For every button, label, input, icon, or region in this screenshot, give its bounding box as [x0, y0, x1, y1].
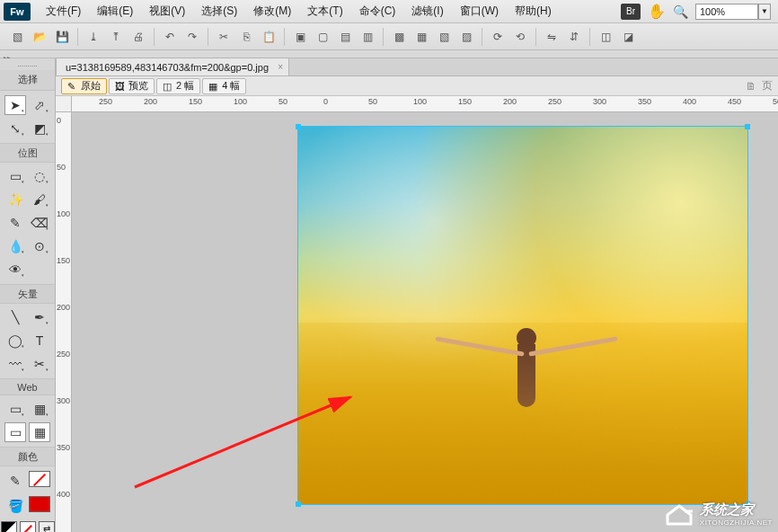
document-tab[interactable]: u=3138169589,483146703&fm=200&gp=0.jpg ×	[56, 58, 289, 75]
show-slices-button[interactable]: ▦	[29, 422, 50, 442]
blur-tool[interactable]: 💧▾	[4, 236, 26, 256]
selection-handle-tl[interactable]	[296, 124, 301, 129]
hotspot-tool[interactable]: ▭▾	[4, 399, 26, 419]
scale-tool[interactable]: ⤡▾	[4, 119, 26, 138]
watermark: 系统之家 XITONGZHIJIA.NET	[664, 501, 773, 527]
lasso-tool[interactable]: ◌▾	[29, 166, 50, 186]
tools-section-bitmap: 位图	[0, 143, 55, 163]
selection-handle-bl[interactable]	[296, 501, 301, 507]
view-original-label: 原始	[81, 79, 101, 93]
tools-collapse-icon[interactable]: ··········	[2, 62, 54, 70]
zoom-tool-icon[interactable]: 🔍	[673, 4, 688, 19]
redeye-tool[interactable]: 👁▾	[4, 260, 26, 279]
copy-button[interactable]: ⎘	[236, 27, 256, 47]
stamp-tool[interactable]: ⊙▾	[29, 236, 50, 256]
open-button[interactable]: 📂	[30, 27, 49, 47]
vertical-ruler[interactable]: 050100150200250300350400	[56, 112, 72, 532]
view-4up-label: 4 幅	[222, 79, 240, 93]
menu-select[interactable]: 选择(S)	[193, 1, 245, 22]
canvas-image[interactable]	[298, 127, 747, 504]
pointer-tool[interactable]: ➤▾	[4, 95, 26, 115]
swap-colors-button[interactable]: ⇄	[39, 521, 55, 532]
eraser-tool[interactable]: ⌫▾	[29, 213, 50, 233]
flip-v-button[interactable]: ⇵	[564, 27, 584, 47]
align-button-2[interactable]: ▥	[358, 27, 377, 47]
send-back-button[interactable]: ▨	[456, 27, 476, 47]
horizontal-ruler[interactable]: -502502001501005005010015020025030035040…	[72, 96, 778, 112]
menu-text[interactable]: 文本(T)	[299, 1, 350, 22]
fill-color-swatch[interactable]	[29, 496, 50, 512]
view-4up-button[interactable]: ▦ 4 幅	[202, 78, 246, 94]
tools-section-colors: 颜色	[0, 447, 55, 466]
view-2up-button[interactable]: ◫ 2 幅	[156, 78, 200, 94]
line-tool[interactable]: ╲	[4, 307, 26, 327]
transform-button-2[interactable]: ◪	[618, 27, 638, 47]
picture-icon: 🖼	[115, 81, 126, 92]
magic-wand-tool[interactable]: ✨	[4, 190, 26, 209]
new-doc-button[interactable]: ▧	[7, 27, 27, 47]
flip-h-button[interactable]: ⇋	[542, 27, 561, 47]
tools-section-select: 选择	[0, 70, 55, 91]
cut-button[interactable]: ✂	[214, 27, 234, 47]
brush-tool[interactable]: 🖌▾	[29, 190, 50, 209]
ungroup-button[interactable]: ▢	[313, 27, 332, 47]
menu-filters[interactable]: 滤镜(I)	[403, 1, 451, 22]
align-button-1[interactable]: ▤	[335, 27, 355, 47]
pencil-tool[interactable]: ✎	[4, 213, 26, 233]
bring-forward-button[interactable]: ▦	[411, 27, 431, 47]
import-button[interactable]: ⤓	[84, 27, 103, 47]
hide-slices-button[interactable]: ▭	[4, 422, 26, 442]
tools-panel: ·········· 选择 ➤▾ ⬀▾ ⤡▾ ◩▾ 位图 ▭▾ ◌▾ ✨ 🖌▾ …	[0, 58, 56, 532]
subselect-tool[interactable]: ⬀▾	[29, 95, 50, 115]
group-button[interactable]: ▣	[290, 27, 310, 47]
text-tool[interactable]: T	[29, 331, 50, 350]
paste-button[interactable]: 📋	[259, 27, 278, 47]
tools-section-web: Web	[0, 378, 55, 395]
four-pane-icon: ▦	[208, 81, 219, 92]
bring-front-button[interactable]: ▩	[389, 27, 409, 47]
watermark-name: 系统之家	[700, 501, 773, 519]
export-button[interactable]: ⤒	[106, 27, 126, 47]
bridge-button[interactable]: Br	[621, 4, 641, 20]
redo-button[interactable]: ↷	[182, 27, 202, 47]
close-tab-icon[interactable]: ×	[278, 62, 283, 72]
transform-button-1[interactable]: ◫	[596, 27, 615, 47]
crop-tool[interactable]: ◩▾	[29, 119, 50, 138]
shape-tool[interactable]: ◯▾	[4, 331, 26, 350]
document-tab-title: u=3138169589,483146703&fm=200&gp=0.jpg	[66, 62, 269, 73]
slice-tool[interactable]: ▦▾	[29, 399, 50, 419]
menu-modify[interactable]: 修改(M)	[245, 1, 299, 22]
menu-edit[interactable]: 编辑(E)	[89, 1, 141, 22]
view-mode-bar: ✎ 原始 🖼 预览 ◫ 2 幅 ▦ 4 幅 🗎 页	[56, 76, 778, 96]
rotate-ccw-button[interactable]: ⟲	[510, 27, 530, 47]
page-icon[interactable]: 🗎	[746, 80, 756, 93]
view-preview-button[interactable]: 🖼 预览	[109, 78, 155, 94]
canvas-viewport[interactable]	[72, 112, 778, 532]
zoom-level-input[interactable]: 100%	[695, 4, 758, 20]
menu-file[interactable]: 文件(F)	[38, 1, 89, 22]
default-colors-button[interactable]	[1, 521, 17, 532]
zoom-dropdown-icon[interactable]: ▼	[758, 4, 771, 20]
send-backward-button[interactable]: ▧	[434, 27, 454, 47]
menu-help[interactable]: 帮助(H)	[507, 1, 560, 22]
pen-tool[interactable]: ✒▾	[29, 307, 50, 327]
save-button[interactable]: 💾	[52, 27, 72, 47]
marquee-tool[interactable]: ▭▾	[4, 166, 26, 186]
hand-tool-icon[interactable]: ✋	[648, 3, 666, 20]
print-button[interactable]: 🖨	[128, 27, 148, 47]
undo-button[interactable]: ↶	[160, 27, 180, 47]
stroke-color-swatch[interactable]	[29, 471, 50, 487]
ruler-origin[interactable]	[56, 96, 72, 112]
selection-handle-tr[interactable]	[745, 124, 750, 129]
rotate-cw-button[interactable]: ⟳	[488, 27, 508, 47]
knife-tool[interactable]: ✂▾	[29, 354, 50, 374]
menu-window[interactable]: 窗口(W)	[452, 1, 507, 22]
no-color-button[interactable]	[20, 521, 36, 532]
selection-border	[297, 126, 748, 505]
view-original-button[interactable]: ✎ 原始	[61, 78, 107, 94]
menu-view[interactable]: 视图(V)	[141, 1, 193, 22]
page-label: 页	[762, 78, 773, 93]
menu-commands[interactable]: 命令(C)	[351, 1, 404, 22]
fill-color-icon: 🪣	[4, 496, 26, 516]
freeform-tool[interactable]: 〰▾	[4, 354, 26, 374]
